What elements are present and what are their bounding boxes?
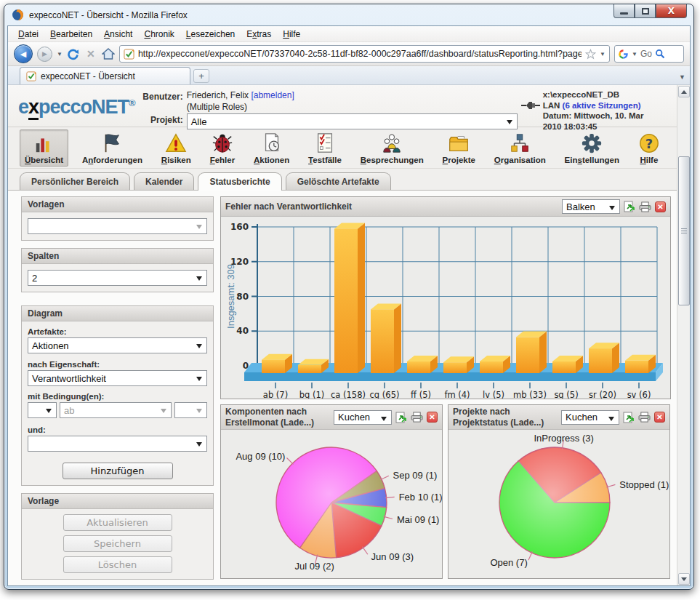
pie2-type-select[interactable]: Kuchen xyxy=(561,410,619,425)
loeschen-button[interactable]: Löschen xyxy=(63,556,172,573)
projekt-select[interactable]: Alle xyxy=(187,113,518,129)
eigenschaft-select[interactable]: Verantwortlichkeit xyxy=(28,370,207,386)
menu-ansicht[interactable]: Ansicht xyxy=(98,27,138,41)
bar[interactable] xyxy=(589,348,612,373)
print-icon[interactable] xyxy=(411,412,423,423)
url-text[interactable]: http://expecconet/expeccoNET/07337040-2c… xyxy=(138,49,582,59)
pie-slice-label: Jun 09 (3) xyxy=(371,551,414,561)
close-chart-icon[interactable]: ✕ xyxy=(427,412,438,423)
bar-category-label: cg (65) xyxy=(370,390,400,399)
toolbar-item-hilfe[interactable]: ? Hilfe xyxy=(633,129,665,167)
bedingung-op-select[interactable] xyxy=(28,402,57,418)
new-tab-button[interactable]: + xyxy=(193,69,209,83)
menu-extras[interactable]: Extras xyxy=(241,27,277,41)
forward-button[interactable]: ▶ xyxy=(37,47,52,62)
toolbar-item-aktionen[interactable]: Aktionen xyxy=(249,129,294,167)
bedingung-extra-select[interactable] xyxy=(174,402,207,418)
url-bar[interactable]: http://expecconet/expeccoNET/07337040-2c… xyxy=(119,45,610,63)
chart-grid: Fehler nach Verantwortlichkeit Balken xyxy=(220,196,671,581)
speichern-button[interactable]: Speichern xyxy=(63,535,172,552)
back-button[interactable]: ◀ xyxy=(14,44,33,63)
tab-title: expeccoNET - Übersicht xyxy=(41,71,135,81)
bar[interactable] xyxy=(407,361,430,373)
bar-category-label: sv (6) xyxy=(627,390,651,399)
scroll-up-icon[interactable] xyxy=(678,86,690,97)
spalten-section: Spalten 2 xyxy=(21,248,214,292)
und-select[interactable] xyxy=(28,436,207,452)
toolbar-item-uebersicht[interactable]: Übersicht xyxy=(20,129,68,167)
chart-type-select[interactable]: Balken xyxy=(562,199,620,214)
vorlage-header: Vorlage xyxy=(22,494,213,509)
bar[interactable] xyxy=(480,361,503,373)
reload-icon[interactable] xyxy=(67,47,80,60)
menu-chronik[interactable]: Chronik xyxy=(138,27,180,41)
close-chart-icon[interactable]: ✕ xyxy=(655,201,666,212)
pie-slice-label: Sep 09 (1) xyxy=(393,469,438,480)
export-icon[interactable] xyxy=(623,412,635,423)
tab-statusberichte[interactable]: Statusberichte xyxy=(198,172,281,191)
bar-chart-y-axis-label: Insgesamt: 309 xyxy=(225,252,236,342)
scrollbar-thumb[interactable] xyxy=(678,156,690,305)
bar[interactable] xyxy=(371,309,394,373)
print-icon[interactable] xyxy=(639,201,651,212)
menu-datei[interactable]: Datei xyxy=(12,27,44,41)
page-favicon xyxy=(124,49,134,60)
lan-sessions-link[interactable]: (6 aktive Sitzungen) xyxy=(563,101,641,110)
toolbar-item-projekte[interactable]: Projekte xyxy=(438,129,480,167)
menu-lesezeichen[interactable]: Lesezeichen xyxy=(180,27,241,41)
firefox-icon xyxy=(12,9,24,21)
restore-button[interactable] xyxy=(635,4,656,18)
page-scrollbar[interactable] xyxy=(677,85,690,585)
artefakte-select[interactable]: Aktionen xyxy=(28,337,207,353)
toolbar-item-einstellungen[interactable]: Einstellungen xyxy=(560,129,624,167)
search-go-label: Go xyxy=(640,49,652,59)
menu-bearbeiten[interactable]: Bearbeiten xyxy=(44,27,98,41)
close-button[interactable]: X xyxy=(656,4,687,18)
toolbar-item-organisation[interactable]: Organisation xyxy=(489,129,551,167)
tab-geloeschte-artefakte[interactable]: Gelöschte Artefakte xyxy=(286,172,391,190)
toolbar-item-fehler[interactable]: Fehler xyxy=(205,129,241,167)
minimize-button[interactable] xyxy=(613,4,635,18)
bar[interactable] xyxy=(334,228,358,373)
home-icon[interactable] xyxy=(102,47,115,60)
bar-category-label: ff (5) xyxy=(411,390,431,399)
toolbar-item-besprechungen[interactable]: Besprechungen xyxy=(355,129,429,167)
hinzufuegen-button[interactable]: Hinzufügen xyxy=(63,463,173,479)
search-magnifier-icon[interactable] xyxy=(655,49,665,59)
url-dropdown-icon[interactable]: ▼ xyxy=(600,51,606,57)
aktualisieren-button[interactable]: Aktualisieren xyxy=(63,514,172,531)
search-engine-dropdown-icon[interactable]: ▼ xyxy=(632,51,637,57)
bar[interactable] xyxy=(552,361,576,373)
list-all-tabs-icon[interactable]: ▼ xyxy=(679,73,685,81)
vorlagen-select[interactable] xyxy=(28,218,207,234)
spalten-select[interactable]: 2 xyxy=(28,270,207,286)
artefakte-label: Artefakte: xyxy=(28,327,207,336)
search-box[interactable]: ▼ Go xyxy=(614,45,684,63)
export-icon[interactable] xyxy=(395,412,407,423)
tab-persoenlicher-bereich[interactable]: Persönlicher Bereich xyxy=(20,172,130,190)
bar[interactable] xyxy=(516,337,539,373)
bar-chart-title: Fehler nach Verantwortlichkeit xyxy=(225,201,558,212)
pie1-type-select[interactable]: Kuchen xyxy=(334,410,392,425)
bookmark-star-icon[interactable] xyxy=(585,49,596,60)
bar[interactable] xyxy=(298,365,321,373)
close-chart-icon[interactable]: ✕ xyxy=(654,412,665,423)
history-dropdown-icon[interactable]: ▼ xyxy=(57,51,63,57)
title-bar[interactable]: expeccoNET - Übersicht - Mozilla Firefox… xyxy=(4,4,693,25)
tab-kalender[interactable]: Kalender xyxy=(134,172,194,190)
export-icon[interactable] xyxy=(624,201,635,212)
bedingung-value-select[interactable]: ab xyxy=(60,402,172,418)
bar[interactable] xyxy=(443,362,467,373)
bar[interactable] xyxy=(262,360,285,373)
abmelden-link[interactable]: [abmelden] xyxy=(251,90,294,100)
scroll-down-icon[interactable] xyxy=(678,573,690,585)
toolbar-item-testfaelle[interactable]: Testfälle xyxy=(303,129,347,167)
main-icon-toolbar: Übersicht Anforderungen xyxy=(8,127,677,169)
print-icon[interactable] xyxy=(638,412,651,423)
bar[interactable] xyxy=(625,361,648,373)
toolbar-item-anforderungen[interactable]: Anforderungen xyxy=(77,129,148,167)
stop-icon[interactable]: ✕ xyxy=(84,47,97,60)
browser-tab[interactable]: expeccoNET - Übersicht xyxy=(20,67,190,84)
toolbar-item-risiken[interactable]: Risiken xyxy=(156,129,196,167)
menu-hilfe[interactable]: Hilfe xyxy=(277,27,306,41)
